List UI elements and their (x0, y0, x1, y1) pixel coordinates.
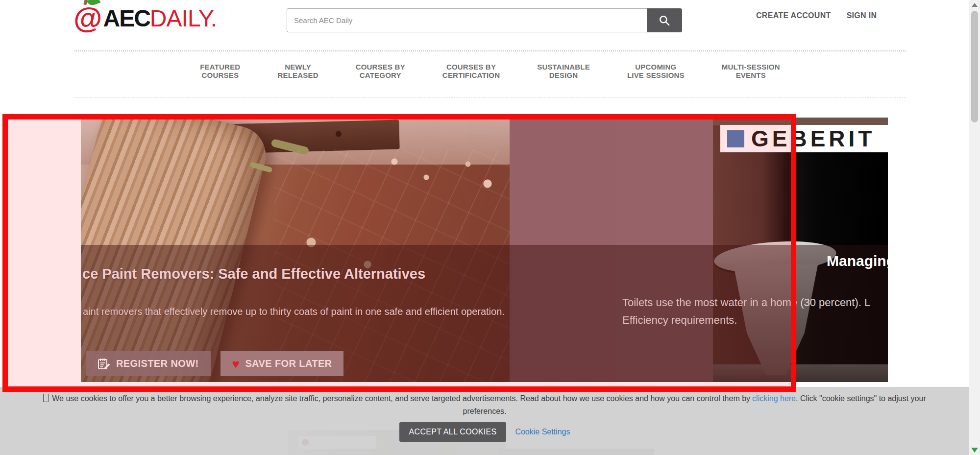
register-now-button[interactable]: REGISTER NOW! (86, 351, 211, 376)
heart-icon: ♥ (232, 358, 240, 370)
slide-actions: REGISTER NOW! ♥ SAVE FOR LATER (86, 351, 343, 376)
cookie-settings-link[interactable]: Cookie Settings (515, 428, 570, 436)
clicking-here-link[interactable]: clicking here (752, 394, 796, 403)
geberit-blue-square-icon (727, 130, 744, 147)
aec-daily-logo[interactable]: @ AEC DAILY. (74, 2, 217, 34)
missing-glyph-icon (43, 394, 49, 402)
page-root: @ AEC DAILY. CREATE ACCOUNT SIGN IN FEAT… (0, 0, 980, 455)
nav-multi-session-events[interactable]: MULTI-SESSIONEVENTS (722, 63, 780, 79)
main-nav: FEATUREDCOURSES NEWLYRELEASED COURSES BY… (74, 63, 906, 79)
nav-sustainable-design[interactable]: SUSTAINABLEDESIGN (537, 63, 590, 79)
cookie-banner: We use cookies to offer you a better bro… (0, 387, 969, 455)
auth-links: CREATE ACCOUNT SIGN IN (756, 11, 877, 20)
nav-newly-released[interactable]: NEWLYRELEASED (277, 63, 318, 79)
scrollbar[interactable] (969, 0, 980, 455)
create-account-link[interactable]: CREATE ACCOUNT (756, 11, 831, 20)
geberit-slide-body: Toilets use the most water in a home (30… (622, 294, 870, 329)
logo-text-daily: DAILY. (150, 5, 217, 32)
geberit-slide-title: Managing (827, 253, 888, 269)
logo-text-aec: AEC (103, 5, 150, 32)
cookie-notice-text: We use cookies to offer you a better bro… (0, 392, 969, 418)
register-calendar-pencil-icon (98, 358, 111, 370)
save-for-later-button[interactable]: ♥ SAVE FOR LATER (220, 351, 344, 376)
nav-divider (74, 97, 906, 98)
search-bar (287, 8, 682, 32)
slide-description: aint removers that effectively remove up… (83, 306, 505, 317)
search-icon (658, 14, 671, 27)
nav-courses-by-category[interactable]: COURSES BYCATEGORY (356, 63, 405, 79)
geberit-logo: GEBERIT (720, 125, 888, 152)
cookie-actions: ACCEPT ALL COOKIES Cookie Settings (0, 422, 969, 442)
sign-in-link[interactable]: SIGN IN (847, 11, 877, 20)
slide-title: ce Paint Removers: Safe and Effective Al… (82, 266, 425, 282)
search-button[interactable] (647, 8, 682, 32)
hero-carousel: GEBERIT ce Paint Removers: Safe and Effe… (81, 118, 888, 382)
header-divider (74, 50, 906, 51)
scrollbar-down-arrow-icon[interactable] (971, 448, 978, 453)
apple-at-icon: @ (74, 3, 102, 33)
nav-upcoming-live-sessions[interactable]: UPCOMINGLIVE SESSIONS (627, 63, 685, 79)
search-input[interactable] (287, 8, 647, 32)
accept-all-cookies-button[interactable]: ACCEPT ALL COOKIES (399, 422, 507, 442)
nav-featured-courses[interactable]: FEATUREDCOURSES (200, 63, 240, 79)
scrollbar-thumb[interactable] (971, 11, 978, 122)
scrollbar-up-arrow-icon[interactable] (972, 3, 978, 7)
nav-courses-by-certification[interactable]: COURSES BYCERTIFICATION (442, 63, 500, 79)
